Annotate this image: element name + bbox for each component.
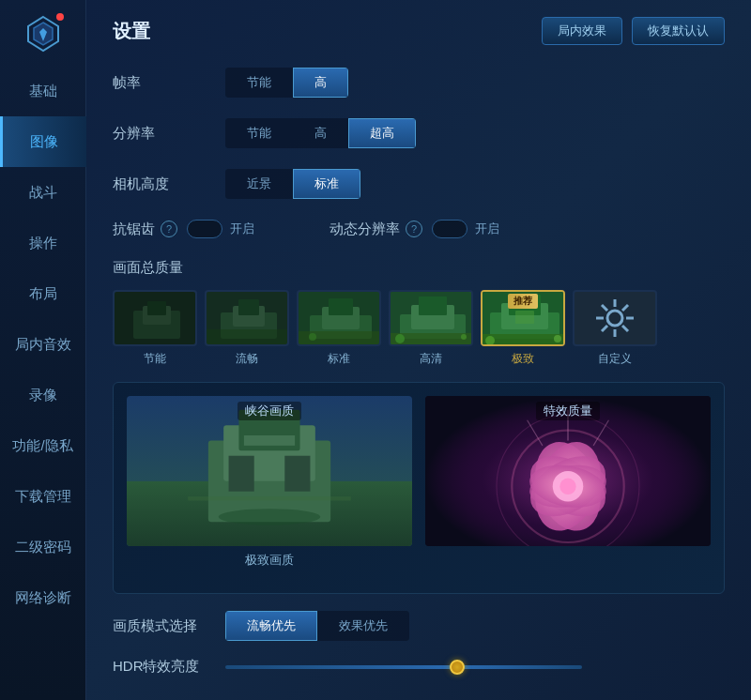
svg-line-36 bbox=[622, 326, 628, 331]
svg-rect-29 bbox=[515, 311, 534, 324]
sidebar-item-battle[interactable]: 战斗 bbox=[0, 167, 86, 218]
quality-extreme-thumb: 推荐 bbox=[481, 290, 565, 346]
quality-hd[interactable]: 高清 bbox=[389, 290, 473, 367]
sidebar-item-password[interactable]: 二级密码 bbox=[0, 522, 86, 572]
quality-standard-label: 标准 bbox=[328, 351, 350, 367]
mode-row: 画质模式选择 流畅优先 效果优先 bbox=[113, 611, 725, 641]
resolution-options: 节能 高 超高 bbox=[225, 118, 416, 148]
fps-options: 节能 高 bbox=[225, 68, 348, 98]
quality-hd-thumb bbox=[389, 290, 473, 346]
canyon-preview: 峡谷画质 极致画质 bbox=[127, 396, 412, 569]
effect-label-top: 特效质量 bbox=[536, 402, 600, 420]
quality-smooth[interactable]: 流畅 bbox=[205, 290, 289, 367]
sidebar-item-privacy[interactable]: 功能/隐私 bbox=[0, 420, 86, 471]
hdr-slider-thumb[interactable] bbox=[450, 660, 465, 675]
svg-rect-26 bbox=[483, 334, 563, 344]
svg-rect-48 bbox=[188, 496, 351, 500]
resolution-option-ultrahigh[interactable]: 超高 bbox=[348, 118, 416, 148]
notification-dot bbox=[56, 13, 64, 21]
effect-preview: 特效质量 bbox=[425, 396, 711, 569]
settings-header: 设置 局内效果 恢复默认认 bbox=[113, 17, 725, 45]
quality-extreme[interactable]: 推荐 极致 bbox=[481, 290, 565, 367]
svg-rect-18 bbox=[419, 297, 447, 315]
aa-toggle[interactable] bbox=[187, 220, 222, 238]
resolution-option-economy[interactable]: 节能 bbox=[225, 118, 293, 148]
svg-point-30 bbox=[607, 311, 622, 326]
dynres-help-icon[interactable]: ? bbox=[406, 221, 422, 237]
quality-hd-label: 高清 bbox=[420, 351, 442, 367]
sidebar-item-record[interactable]: 录像 bbox=[0, 370, 86, 420]
camera-label: 相机高度 bbox=[113, 175, 225, 193]
svg-point-28 bbox=[554, 335, 561, 342]
fps-label: 帧率 bbox=[113, 74, 225, 92]
sidebar: 基础 图像 战斗 操作 布局 局内音效 录像 功能/隐私 下载管理 二级密码 网… bbox=[0, 0, 86, 700]
svg-rect-44 bbox=[229, 456, 254, 492]
aa-label: 抗锯齿 ? bbox=[113, 221, 177, 238]
dynres-toggle-label: 开启 bbox=[475, 221, 499, 237]
resolution-label: 分辨率 bbox=[113, 125, 225, 143]
hdr-label: HDR特效亮度 bbox=[113, 658, 225, 676]
header-actions: 局内效果 恢复默认认 bbox=[542, 17, 725, 45]
hdr-slider-track[interactable] bbox=[225, 665, 582, 669]
preview-row: 峡谷画质 极致画质 bbox=[127, 396, 711, 569]
svg-point-58 bbox=[559, 479, 575, 495]
dynres-toggle[interactable] bbox=[432, 220, 467, 238]
fps-option-high[interactable]: 高 bbox=[293, 68, 348, 98]
svg-point-20 bbox=[395, 334, 405, 343]
fps-row: 帧率 节能 高 bbox=[113, 68, 725, 98]
resolution-option-high[interactable]: 高 bbox=[293, 118, 348, 148]
fps-option-economy[interactable]: 节能 bbox=[225, 68, 293, 98]
camera-options: 近景 标准 bbox=[225, 169, 360, 199]
hdr-slider-container bbox=[225, 665, 725, 669]
aa-toggle-row: 开启 bbox=[187, 220, 254, 238]
quality-standard[interactable]: 标准 bbox=[297, 290, 381, 367]
svg-line-35 bbox=[602, 305, 607, 311]
svg-rect-45 bbox=[284, 456, 310, 492]
dynres-label: 动态分辨率 ? bbox=[330, 221, 422, 238]
hdr-row: HDR特效亮度 bbox=[113, 658, 725, 676]
sidebar-item-layout[interactable]: 布局 bbox=[0, 268, 86, 319]
effect-preview-img: 特效质量 bbox=[425, 396, 711, 546]
quality-custom[interactable]: 自定义 bbox=[573, 290, 657, 367]
svg-rect-12 bbox=[329, 298, 353, 315]
quality-extreme-label: 极致 bbox=[512, 351, 534, 367]
quality-smooth-thumb bbox=[205, 290, 289, 346]
svg-line-37 bbox=[622, 305, 628, 311]
aa-dynres-row: 抗锯齿 ? 开启 动态分辨率 ? 开启 bbox=[113, 220, 725, 238]
mode-option-smooth[interactable]: 流畅优先 bbox=[225, 611, 317, 641]
svg-point-21 bbox=[461, 334, 467, 340]
camera-option-close[interactable]: 近景 bbox=[225, 169, 293, 199]
quality-section: 画面总质量 节能 bbox=[113, 259, 725, 367]
aa-help-icon[interactable]: ? bbox=[161, 221, 177, 237]
quality-standard-thumb bbox=[297, 290, 381, 346]
quality-economy-thumb bbox=[113, 290, 197, 346]
sidebar-item-image[interactable]: 图像 bbox=[0, 116, 86, 167]
mode-option-effect[interactable]: 效果优先 bbox=[317, 611, 409, 641]
svg-rect-46 bbox=[244, 435, 295, 446]
mode-options: 流畅优先 效果优先 bbox=[225, 611, 409, 641]
camera-row: 相机高度 近景 标准 bbox=[113, 169, 725, 199]
svg-rect-3 bbox=[147, 301, 166, 315]
canyon-label-bottom: 极致画质 bbox=[127, 552, 412, 569]
svg-rect-7 bbox=[238, 299, 259, 315]
quality-grid: 节能 流畅 bbox=[113, 290, 725, 367]
preview-section: 峡谷画质 极致画质 bbox=[113, 382, 725, 594]
reset-button[interactable]: 恢复默认认 bbox=[632, 17, 725, 45]
canyon-label-top: 峡谷画质 bbox=[238, 402, 301, 420]
sidebar-item-sound[interactable]: 局内音效 bbox=[0, 319, 86, 370]
quality-extreme-badge: 推荐 bbox=[508, 294, 538, 309]
mode-label: 画质模式选择 bbox=[113, 617, 225, 635]
svg-line-38 bbox=[602, 326, 607, 331]
quality-economy[interactable]: 节能 bbox=[113, 290, 197, 367]
main-content: 设置 局内效果 恢复默认认 帧率 节能 高 分辨率 节能 高 超高 相机高度 bbox=[86, 0, 751, 700]
sidebar-item-network[interactable]: 网络诊断 bbox=[0, 572, 86, 623]
resolution-row: 分辨率 节能 高 超高 bbox=[113, 118, 725, 148]
sidebar-item-basic[interactable]: 基础 bbox=[0, 66, 86, 116]
sidebar-item-download[interactable]: 下载管理 bbox=[0, 471, 86, 522]
effect-button[interactable]: 局内效果 bbox=[542, 17, 622, 45]
quality-custom-label: 自定义 bbox=[598, 351, 632, 367]
page-title: 设置 bbox=[113, 19, 150, 44]
camera-option-standard[interactable]: 标准 bbox=[293, 169, 360, 199]
dynres-toggle-row: 开启 bbox=[432, 220, 499, 238]
sidebar-item-operation[interactable]: 操作 bbox=[0, 218, 86, 268]
